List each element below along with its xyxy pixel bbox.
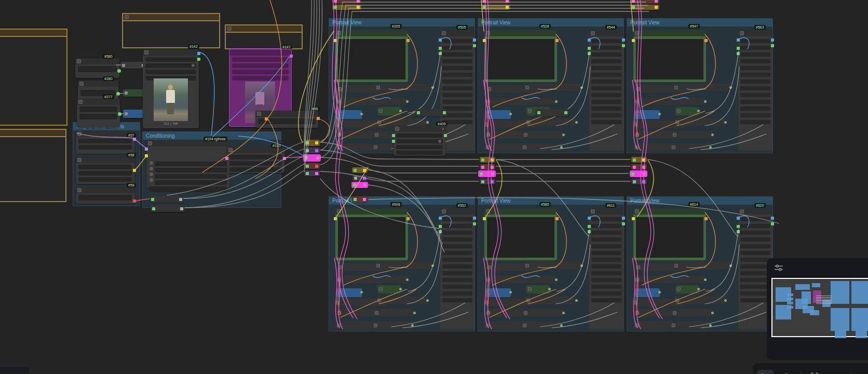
reroute-node[interactable] — [480, 164, 495, 170]
image-preview-node[interactable] — [335, 208, 408, 260]
output-dot[interactable] — [316, 156, 319, 159]
output-dot[interactable] — [491, 166, 494, 169]
input-dot[interactable] — [483, 217, 486, 220]
output-dot[interactable] — [655, 0, 658, 3]
collapsed-node[interactable] — [673, 84, 731, 91]
input-dot[interactable] — [306, 141, 309, 144]
input-dot[interactable] — [737, 47, 740, 50]
collapsed-node[interactable] — [671, 131, 713, 138]
output-dot[interactable] — [197, 58, 200, 61]
output-dot[interactable] — [363, 183, 367, 186]
model-loader-node[interactable] — [76, 157, 134, 184]
collapsed-node[interactable] — [485, 276, 557, 283]
output-dot[interactable] — [704, 217, 708, 220]
output-dot[interactable] — [118, 112, 121, 116]
fit-view-button[interactable] — [806, 370, 823, 374]
reroute-node[interactable] — [480, 179, 495, 184]
collapsed-node[interactable] — [522, 309, 564, 316]
output-dot[interactable] — [506, 6, 509, 9]
note-node[interactable] — [0, 129, 66, 202]
collapsed-node[interactable] — [526, 285, 550, 293]
output-dot[interactable] — [315, 141, 318, 144]
collapsed-node[interactable] — [377, 107, 401, 115]
output-dot[interactable] — [357, 6, 360, 9]
collapsed-node[interactable] — [336, 98, 408, 105]
reroute-node[interactable] — [481, 5, 510, 10]
input-dot[interactable] — [588, 225, 591, 228]
output-dot[interactable] — [133, 169, 136, 172]
image-preview-node[interactable] — [633, 208, 706, 260]
input-dot[interactable] — [125, 112, 128, 115]
output-dot[interactable] — [642, 158, 645, 162]
reroute-node[interactable] — [304, 140, 320, 146]
collapsed-node[interactable] — [675, 285, 699, 293]
image-preview-node[interactable] — [335, 30, 408, 82]
input-dot[interactable] — [354, 177, 357, 180]
output-dot[interactable] — [491, 158, 494, 162]
output-dot[interactable] — [290, 55, 293, 58]
collapsed-node[interactable] — [486, 288, 511, 297]
output-dot[interactable] — [771, 217, 774, 220]
output-dot[interactable] — [357, 0, 360, 3]
input-dot[interactable] — [145, 148, 148, 151]
reroute-node[interactable] — [631, 157, 647, 163]
model-loader-node[interactable] — [76, 131, 134, 154]
collapsed-node[interactable] — [525, 118, 577, 126]
output-dot[interactable] — [363, 198, 366, 201]
portrait-view-group[interactable]: Portrait View #508 #552 — [329, 196, 475, 331]
output-dot[interactable] — [133, 199, 136, 203]
output-dot[interactable] — [771, 222, 774, 225]
output-dot[interactable] — [622, 44, 625, 47]
input-dot[interactable] — [305, 156, 308, 159]
input-dot[interactable] — [145, 154, 148, 157]
reroute-node[interactable] — [332, 0, 361, 4]
input-dot[interactable] — [483, 39, 486, 42]
pan-tool-button[interactable] — [779, 370, 795, 374]
collapsed-node[interactable] — [674, 297, 726, 304]
output-dot[interactable] — [116, 92, 120, 96]
output-dot[interactable] — [564, 111, 567, 114]
input-dot[interactable] — [481, 180, 484, 183]
input-dot[interactable] — [439, 38, 442, 42]
conditioning-node[interactable] — [146, 140, 229, 188]
reroute-node[interactable] — [303, 154, 321, 162]
reroute-node[interactable] — [352, 175, 368, 181]
input-dot[interactable] — [737, 52, 740, 55]
collapsed-node[interactable] — [671, 309, 713, 316]
parameters-node[interactable] — [738, 30, 772, 151]
model-loader-node[interactable] — [76, 187, 134, 204]
portrait-view-group[interactable]: Portrait View #528 #544 — [478, 18, 624, 153]
reroute-node[interactable] — [630, 5, 659, 10]
minimap-options-icon[interactable] — [773, 262, 784, 274]
input-dot[interactable] — [122, 64, 125, 67]
collapsed-node[interactable] — [377, 285, 401, 293]
collapsed-node[interactable] — [634, 98, 706, 105]
input-dot[interactable] — [480, 172, 483, 176]
collapsed-node[interactable] — [375, 84, 433, 91]
input-dot[interactable] — [439, 225, 442, 228]
collapsed-node[interactable] — [670, 322, 711, 329]
output-dot[interactable] — [506, 0, 509, 3]
output-dot[interactable] — [771, 38, 774, 42]
input-dot[interactable] — [633, 180, 636, 183]
output-dot[interactable] — [771, 44, 774, 47]
output-dot[interactable] — [655, 6, 658, 9]
output-dot[interactable] — [315, 165, 318, 168]
output-dot[interactable] — [622, 38, 625, 42]
reroute-node[interactable] — [478, 170, 496, 177]
small-node[interactable] — [255, 111, 318, 128]
input-dot[interactable] — [588, 230, 591, 233]
input-dot[interactable] — [152, 207, 155, 210]
reroute-node[interactable] — [150, 196, 184, 203]
output-dot[interactable] — [704, 39, 708, 42]
output-dot[interactable] — [555, 217, 559, 220]
output-dot[interactable] — [315, 149, 318, 152]
output-dot[interactable] — [642, 180, 645, 183]
collapse-icon[interactable] — [227, 26, 232, 31]
output-dot[interactable] — [622, 222, 625, 225]
input-dot[interactable] — [392, 140, 395, 143]
collapsed-node[interactable] — [376, 118, 428, 126]
output-dot[interactable] — [555, 39, 559, 42]
input-dot[interactable] — [417, 111, 420, 114]
input-dot[interactable] — [737, 217, 740, 220]
